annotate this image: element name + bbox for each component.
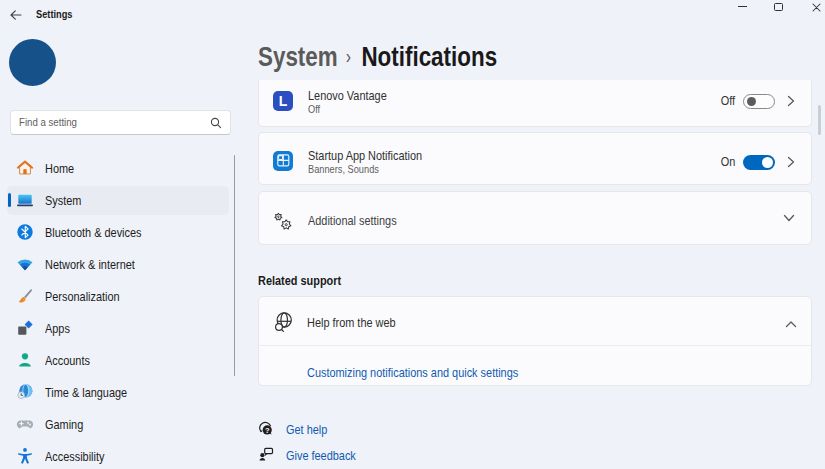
svg-text:?: ? xyxy=(264,426,269,435)
